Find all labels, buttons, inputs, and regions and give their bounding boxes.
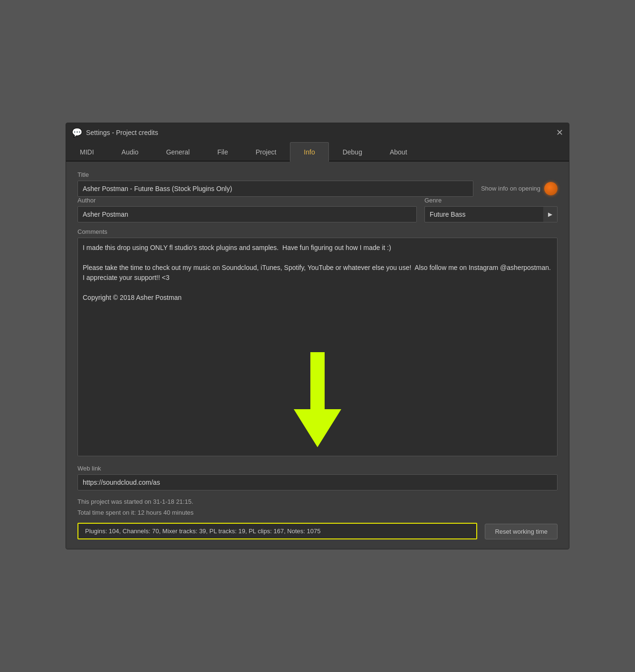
show-info-wrap: Show info on opening [481, 182, 558, 195]
title-input[interactable] [77, 181, 473, 197]
title-input-wrap [77, 181, 473, 197]
window-icon: 💬 [72, 127, 82, 138]
content-area: Title Show info on opening Author Genre … [66, 162, 569, 549]
close-button[interactable]: ✕ [556, 128, 563, 137]
project-start-text: This project was started on 31-1-18 21:1… [77, 496, 558, 507]
titlebar-left: 💬 Settings - Project credits [72, 127, 158, 138]
author-label: Author [77, 197, 417, 204]
tab-info[interactable]: Info [290, 142, 328, 162]
reset-working-time-button[interactable]: Reset working time [485, 524, 558, 539]
genre-wrapper: ▶ [424, 206, 558, 222]
genre-arrow-button[interactable]: ▶ [543, 206, 558, 222]
genre-label: Genre [424, 197, 558, 204]
settings-window: 💬 Settings - Project credits ✕ MIDI Audi… [66, 123, 569, 550]
bottom-row: Plugins: 104, Channels: 70, Mixer tracks… [77, 523, 558, 539]
weblink-label: Web link [77, 465, 558, 472]
tab-audio[interactable]: Audio [108, 142, 153, 162]
genre-input[interactable] [424, 206, 543, 222]
genre-field: Genre ▶ [424, 197, 558, 222]
weblink-input[interactable] [77, 474, 558, 490]
tab-bar: MIDI Audio General File Project Info Deb… [66, 142, 569, 162]
tab-debug[interactable]: Debug [329, 142, 376, 162]
comments-label: Comments [77, 228, 558, 235]
author-input[interactable] [77, 206, 417, 222]
tab-general[interactable]: General [152, 142, 203, 162]
stats-box: Plugins: 104, Channels: 70, Mixer tracks… [77, 523, 477, 539]
title-row: Show info on opening [77, 181, 558, 197]
titlebar: 💬 Settings - Project credits ✕ [66, 123, 569, 142]
show-info-label: Show info on opening [481, 185, 540, 192]
title-label: Title [77, 171, 558, 178]
tab-midi[interactable]: MIDI [66, 142, 108, 162]
time-spent-text: Total time spent on it: 12 hours 40 minu… [77, 507, 558, 518]
author-genre-row: Author Genre ▶ [77, 197, 558, 222]
tab-project[interactable]: Project [242, 142, 290, 162]
comments-textarea[interactable]: I made this drop using ONLY fl studio's … [77, 238, 558, 456]
author-field: Author [77, 197, 417, 222]
tab-about[interactable]: About [376, 142, 421, 162]
show-info-toggle[interactable] [544, 182, 558, 195]
window-title: Settings - Project credits [86, 129, 158, 136]
project-info: This project was started on 31-1-18 21:1… [77, 496, 558, 518]
tab-file[interactable]: File [203, 142, 242, 162]
